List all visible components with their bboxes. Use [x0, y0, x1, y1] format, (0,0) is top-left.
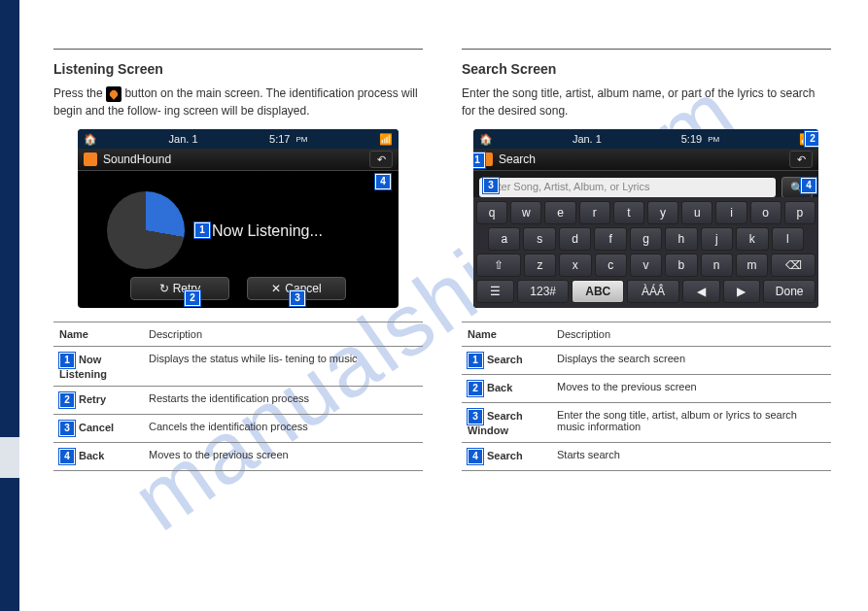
keyboard-key[interactable]: m: [736, 254, 768, 277]
keyboard-key[interactable]: f: [594, 227, 626, 251]
row-name: Cancel: [79, 422, 114, 433]
section-title: Listening Screen: [53, 61, 423, 77]
retry-button[interactable]: ↻ Retry: [130, 277, 229, 300]
keyboard-key[interactable]: w: [510, 201, 541, 224]
callout-2: 2: [805, 131, 818, 147]
row-desc: Starts search: [551, 443, 831, 471]
keyboard-key[interactable]: s: [523, 227, 555, 251]
table-row: 1Now ListeningDisplays the status while …: [53, 347, 423, 387]
keyboard-key[interactable]: ÀÁÂ: [627, 280, 679, 303]
row-name: Retry: [79, 393, 106, 405]
row-desc: Displays the status while lis- tening to…: [143, 347, 423, 387]
row-name: Back: [487, 382, 512, 393]
manual-sidebar: [0, 0, 19, 611]
keyboard-key[interactable]: g: [630, 227, 662, 251]
keyboard-key[interactable]: x: [559, 254, 591, 277]
keyboard-key[interactable]: i: [715, 201, 746, 224]
keyboard-key[interactable]: h: [665, 227, 697, 251]
keyboard-key[interactable]: ☰: [476, 280, 514, 303]
table-row: 1SearchDisplays the search screen: [462, 347, 831, 375]
status-date: Jan. 1: [573, 133, 602, 145]
keyboard-key[interactable]: a: [488, 227, 520, 251]
callout-1: 1: [194, 222, 210, 238]
status-time: 5:17: [269, 133, 290, 145]
right-column: Search Screen Enter the song title, arti…: [462, 49, 831, 471]
table-row: 2BackMoves to the previous screen: [462, 375, 831, 403]
keyboard-key[interactable]: n: [701, 254, 733, 277]
screenshot-listening: 🏠 Jan. 1 5:17PM 📶 SoundHound ↶ 4 1 Now L…: [78, 129, 399, 308]
soundhound-app-icon: [84, 153, 97, 166]
section-intro: Press the button on the main screen. The…: [53, 85, 423, 119]
keyboard-key[interactable]: d: [559, 227, 591, 251]
left-column: Listening Screen Press the button on the…: [53, 49, 423, 471]
callout-3: 3: [483, 178, 499, 193]
status-ampm: PM: [295, 135, 307, 144]
callout-3: 3: [290, 290, 305, 306]
row-name: Search: [487, 354, 523, 365]
keyboard-key[interactable]: ⌫: [771, 254, 816, 277]
keyboard-key[interactable]: j: [701, 227, 733, 251]
table-row: 4BackMoves to the previous screen: [53, 443, 423, 471]
divider: [53, 49, 423, 50]
keyboard-key[interactable]: e: [544, 201, 575, 224]
intro-text-before: Press the: [53, 86, 106, 100]
badge-3: 3: [468, 409, 483, 424]
table-row: 3CancelCancels the identification proces…: [53, 415, 423, 443]
status-time: 5:19: [681, 133, 702, 145]
col-header-name: Name: [53, 322, 143, 347]
keyboard-key[interactable]: ⇧: [476, 254, 521, 277]
keyboard-key[interactable]: b: [665, 254, 697, 277]
signal-icon: 📶: [379, 133, 393, 146]
row-desc: Moves to the previous screen: [143, 443, 423, 471]
badge-2: 2: [59, 392, 75, 408]
row-name: Search: [487, 450, 523, 461]
badge-1: 1: [59, 353, 75, 368]
app-title: SoundHound: [103, 153, 171, 166]
keyboard-key[interactable]: o: [750, 201, 781, 224]
keyboard-key[interactable]: t: [613, 201, 644, 224]
search-placeholder: Enter Song, Artist, Album, or Lyrics: [485, 181, 650, 192]
title-bar: SoundHound ↶: [78, 149, 399, 171]
back-button[interactable]: ↶: [789, 151, 813, 168]
badge-1: 1: [468, 353, 483, 368]
keyboard-key[interactable]: p: [784, 201, 816, 224]
badge-3: 3: [59, 421, 75, 436]
keyboard-key[interactable]: Done: [763, 280, 816, 303]
title-bar: Search ↶: [473, 149, 818, 171]
status-date: Jan. 1: [169, 133, 198, 145]
manual-sidebar-highlight: [0, 437, 19, 478]
row-desc: Displays the search screen: [551, 347, 831, 375]
keyboard-key[interactable]: y: [647, 201, 678, 224]
keyboard-key[interactable]: q: [476, 201, 507, 224]
keyboard-key[interactable]: ◀: [682, 280, 720, 303]
keyboard-key[interactable]: z: [524, 254, 556, 277]
now-listening-label: Now Listening...: [212, 222, 323, 240]
keyboard-key[interactable]: ▶: [723, 280, 761, 303]
keyboard-key[interactable]: k: [736, 227, 768, 251]
app-title: Search: [499, 153, 536, 166]
on-screen-keyboard: qwertyuiop asdfghjkl ⇧zxcvbnm⌫ ☰123#ABCÀ…: [473, 197, 818, 308]
callout-4: 4: [375, 174, 391, 189]
home-icon[interactable]: 🏠: [479, 133, 493, 146]
table-row: 3Search WindowEnter the song title, arti…: [462, 403, 831, 443]
soundhound-icon: [106, 86, 122, 102]
section-intro: Enter the song title, artist, album name…: [462, 85, 831, 119]
keyboard-key[interactable]: ABC: [572, 280, 624, 303]
row-desc: Moves to the previous screen: [551, 375, 831, 403]
table-row: 2RetryRestarts the identification proces…: [53, 387, 423, 415]
badge-2: 2: [468, 381, 483, 396]
callout-1: 1: [473, 153, 485, 168]
keyboard-key[interactable]: v: [630, 254, 662, 277]
keyboard-key[interactable]: c: [595, 254, 627, 277]
keyboard-key[interactable]: l: [772, 227, 804, 251]
row-desc: Enter the song title, artist, album or l…: [551, 403, 831, 443]
status-ampm: PM: [708, 135, 719, 144]
section-title: Search Screen: [462, 61, 831, 77]
keyboard-key[interactable]: u: [681, 201, 712, 224]
back-button[interactable]: ↶: [369, 151, 393, 168]
home-icon[interactable]: 🏠: [84, 133, 97, 146]
keyboard-key[interactable]: 123#: [517, 280, 570, 303]
keyboard-key[interactable]: r: [579, 201, 610, 224]
search-input[interactable]: Enter Song, Artist, Album, or Lyrics: [479, 178, 776, 197]
callout-2: 2: [185, 290, 200, 306]
